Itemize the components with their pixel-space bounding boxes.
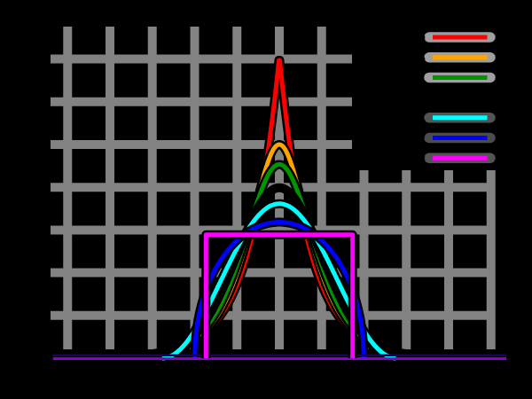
kurtosis-pdf-chart: -5-4-3-2-1012345-5-4-3-2-101234500.10.20… <box>0 0 532 399</box>
x-tick-label: 4 <box>442 363 450 376</box>
x-tick-label: 3 <box>400 363 407 376</box>
x-tick-label: 1 <box>316 363 323 376</box>
legend-row-c: C <box>418 111 490 124</box>
y-tick-label: 0.5 <box>27 138 46 152</box>
y-tick-label: 0.3 <box>498 223 517 237</box>
x-tick-label: -1 <box>229 363 240 376</box>
legend-box: DSLNCWU <box>352 24 525 170</box>
y-tick-label: 0.1 <box>27 309 46 322</box>
legend-label-n: N <box>417 91 426 105</box>
y-tick-label: 0.2 <box>498 266 517 279</box>
legend-label-l: L <box>419 71 426 84</box>
x-tick-label: -3 <box>144 14 155 27</box>
legend-label-d: D <box>417 31 426 44</box>
legend-label-u: U <box>417 152 426 165</box>
y-tick-label: 0.4 <box>27 181 46 194</box>
legend-label-s: S <box>419 51 426 64</box>
legend-row-d: D <box>417 31 490 44</box>
legend-label-w: W <box>414 131 426 145</box>
x-tick-label: 5 <box>485 363 492 376</box>
y-tick-label: 0 <box>39 352 46 365</box>
legend-row-l: L <box>419 71 490 84</box>
x-tick-label: 0 <box>273 363 280 376</box>
x-tick-label: -3 <box>144 363 155 376</box>
x-tick-label: -2 <box>186 363 198 376</box>
x-tick-label: -1 <box>229 14 240 27</box>
y-tick-label: 0.2 <box>27 266 46 279</box>
x-tick-label: -4 <box>102 363 113 376</box>
x-tick-label: -5 <box>59 363 71 376</box>
legend-label-c: C <box>418 111 426 124</box>
x-tick-label: -2 <box>186 14 198 27</box>
y-tick-label: 0.1 <box>498 309 517 322</box>
x-tick-label: 2 <box>357 363 364 376</box>
x-tick-label: -4 <box>102 14 113 27</box>
legend-row-s: S <box>419 51 490 64</box>
legend-row-u: U <box>417 152 490 165</box>
x-tick-label: 1 <box>316 14 323 27</box>
chart-svg: -5-4-3-2-1012345-5-4-3-2-101234500.10.20… <box>0 0 532 399</box>
y-tick-label: 0.7 <box>27 52 46 66</box>
y-tick-label: 0.3 <box>27 223 46 237</box>
y-tick-label: 0.4 <box>498 181 517 194</box>
y-tick-label: 0.6 <box>27 95 46 108</box>
x-tick-label: 0 <box>273 14 280 27</box>
x-tick-label: -5 <box>59 14 71 27</box>
